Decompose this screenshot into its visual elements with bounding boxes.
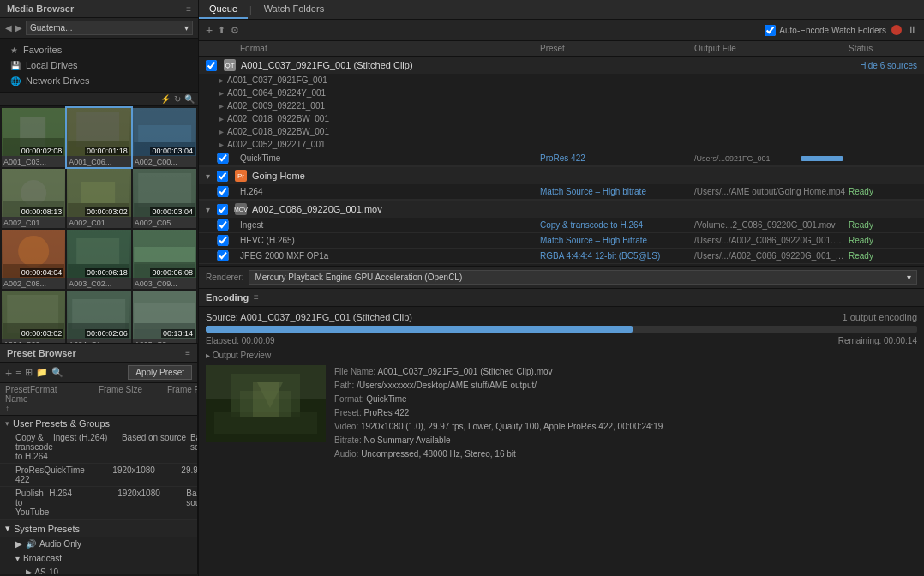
- pause-icon[interactable]: ⏸: [907, 24, 917, 36]
- preset-as10[interactable]: ▶ AS-10: [0, 566, 197, 574]
- source-item: ▸ A001_C037_0921FG_001: [199, 74, 924, 87]
- encode-checkbox[interactable]: [206, 153, 240, 164]
- queue-encode-row-hevc[interactable]: HEVC (H.265) Match Source – High Bitrate…: [199, 233, 924, 249]
- thumbnail-item[interactable]: 00:13:14 A005_C2...: [133, 291, 196, 343]
- group-checkbox[interactable]: [217, 204, 228, 215]
- queue-group-header-c086[interactable]: ▾ MOV A002_C086_09220G_001.mov: [199, 201, 924, 218]
- pr-format-icon: Pr: [235, 170, 247, 182]
- encoding-times: Elapsed: 00:00:09 Remaining: 00:00:14: [206, 336, 917, 345]
- status-cell: Ready: [849, 251, 917, 261]
- output-preview-thumbnail: [206, 365, 326, 442]
- preset-list-icon[interactable]: ≡: [15, 368, 21, 378]
- queue-encode-row-ingest[interactable]: Ingest Copy & transcode to H.264 /Volume…: [199, 218, 924, 233]
- nav-forward-icon[interactable]: ▶: [15, 23, 22, 33]
- group-collapse-icon: ▾: [206, 205, 210, 214]
- preset-item-copy-transcode[interactable]: Copy & transcode to H.264 Ingest (H.264)…: [0, 431, 197, 464]
- queue-group-header-goinghome[interactable]: ▾ Pr Going Home: [199, 167, 924, 184]
- format-cell: H.264: [240, 187, 540, 196]
- filter-icon[interactable]: ⚡: [160, 94, 171, 104]
- encoding-source-row: Source: A001_C037_0921FG_001 (Stitched C…: [206, 312, 917, 322]
- queue-encode-row-h264[interactable]: H.264 Match Source – High bitrate /Users…: [199, 184, 924, 200]
- status-cell: Ready: [849, 236, 917, 245]
- preset-cell[interactable]: RGBA 4:4:4:4 12-bit (BC5@LS): [540, 251, 694, 261]
- group-checkbox[interactable]: [206, 60, 217, 71]
- system-presets-group: ▾ System Presets ▶ 🔊 Audio Only ▾ Broadc…: [0, 520, 197, 574]
- thumbnail-item[interactable]: 00:00:03:02 A004_C00...: [2, 291, 65, 343]
- group-checkbox[interactable]: [217, 171, 228, 182]
- preset-grid-icon[interactable]: ⊞: [25, 367, 33, 378]
- renderer-dropdown[interactable]: Mercury Playback Engine GPU Acceleration…: [249, 270, 917, 285]
- thumbnail-item[interactable]: 00:00:02:06 A004_C1...: [67, 291, 130, 343]
- encode-start-button[interactable]: [891, 25, 902, 35]
- thumbnail-item[interactable]: 00:00:02:08 A001_C03...: [2, 108, 65, 167]
- thumbnail-item[interactable]: 00:00:03:04 A002_C00...: [133, 108, 196, 167]
- apply-preset-button[interactable]: Apply Preset: [128, 365, 192, 380]
- watch-folders-tab[interactable]: Watch Folders: [254, 0, 335, 19]
- preset-search-icon[interactable]: 🔍: [51, 367, 63, 378]
- thumbnail-item-selected[interactable]: 00:00:01:18 A001_C06...: [67, 108, 130, 167]
- encode-checkbox[interactable]: [206, 250, 240, 261]
- preset-item-prores[interactable]: ProRes 422 QuickTime 1920x1080 29.97 fps…: [0, 464, 197, 487]
- queue-encode-row[interactable]: QuickTime ProRes 422 /Users/...0921FG_00…: [199, 151, 924, 166]
- auto-encode-checkbox[interactable]: [765, 25, 776, 36]
- thumbnail-item[interactable]: 00:00:03:02 A002_C01...: [67, 169, 130, 228]
- queue-tab[interactable]: Queue: [199, 0, 248, 19]
- svg-rect-22: [76, 238, 119, 264]
- source-item: ▸ A002_C018_0922BW_001: [199, 125, 924, 138]
- local-drives-icon: 💾: [10, 61, 21, 70]
- sidebar-item-network-drives[interactable]: 🌐 Network Drives: [0, 73, 198, 88]
- format-cell: QuickTime: [240, 153, 540, 163]
- queue-add-icon[interactable]: +: [206, 23, 213, 37]
- source-icon: ▸: [219, 101, 224, 111]
- preset-cell[interactable]: Match Source – High bitrate: [540, 187, 694, 196]
- user-presets-group: ▾ User Presets & Groups Copy & transcode…: [0, 416, 197, 520]
- user-presets-header[interactable]: ▾ User Presets & Groups: [0, 416, 197, 431]
- queue-toolbar: + ⬆ ⚙ Auto-Encode Watch Folders ⏸: [199, 20, 924, 41]
- queue-settings-icon[interactable]: ⚙: [231, 25, 239, 36]
- preset-cell[interactable]: Match Source – High Bitrate: [540, 236, 694, 245]
- encode-checkbox[interactable]: [206, 186, 240, 197]
- preset-browser-menu-icon[interactable]: ≡: [185, 348, 190, 357]
- preset-cell[interactable]: Copy & transcode to H.264: [540, 220, 694, 230]
- encoding-title: Encoding: [206, 292, 249, 303]
- encoding-panel: Encoding ≡ Source: A001_C037_0921FG_001 …: [199, 288, 924, 577]
- thumbnail-item[interactable]: 00:00:06:08 A003_C09...: [133, 230, 196, 289]
- queue-export-icon[interactable]: ⬆: [218, 25, 225, 36]
- preset-folder-icon[interactable]: 📁: [36, 367, 48, 378]
- source-icon: ▸: [219, 75, 224, 85]
- thumbnail-item[interactable]: 00:00:03:04 A002_C05...: [133, 169, 196, 228]
- thumbnail-item[interactable]: 00:00:06:18 A003_C02...: [67, 230, 130, 289]
- audio-only-icon: 🔊: [26, 539, 36, 549]
- source-icon: ▸: [219, 88, 224, 98]
- media-browser-menu-icon[interactable]: ≡: [186, 4, 191, 14]
- preset-item-youtube[interactable]: Publish to YouTube H.264 1920x1080 Based…: [0, 487, 197, 519]
- refresh-icon[interactable]: ↻: [174, 94, 181, 104]
- queue-columns-header: Format Preset Output File Status: [199, 41, 924, 57]
- location-dropdown[interactable]: Guatema... ▾: [26, 21, 193, 35]
- thumbnail-item[interactable]: 00:00:04:04 A002_C08...: [2, 230, 65, 289]
- audio-only-subgroup[interactable]: ▶ 🔊 Audio Only: [0, 537, 197, 551]
- system-presets-header[interactable]: ▾ System Presets: [0, 520, 197, 537]
- queue-group-header-stitched[interactable]: QT A001_C037_0921FG_001 (Stitched Clip) …: [199, 57, 924, 74]
- file-format-icon: MOV: [235, 203, 247, 215]
- progress-bar: [801, 156, 843, 161]
- preset-cell[interactable]: ProRes 422: [540, 153, 694, 163]
- thumbnail-item[interactable]: 00:00:08:13 A002_C01...: [2, 169, 65, 228]
- group-title-c086: A002_C086_09220G_001.mov: [252, 204, 917, 214]
- output-cell: /Volume...2_C086_09220G_001.mov: [694, 220, 849, 230]
- sidebar-item-favorites[interactable]: ★ Favorites: [0, 42, 198, 57]
- hide-sources-link[interactable]: Hide 6 sources: [860, 61, 917, 70]
- nav-back-icon[interactable]: ◀: [5, 23, 12, 33]
- search-icon[interactable]: 🔍: [184, 94, 195, 104]
- queue-encode-row-jpeg2000[interactable]: JPEG 2000 MXF OP1a RGBA 4:4:4:4 12-bit (…: [199, 249, 924, 264]
- encoding-menu-icon[interactable]: ≡: [254, 292, 259, 302]
- queue-panel: Queue | Watch Folders + ⬆ ⚙ Auto-Encode …: [199, 0, 924, 288]
- source-item: ▸ A002_C009_092221_001: [199, 99, 924, 112]
- add-preset-icon[interactable]: +: [5, 366, 12, 380]
- encode-checkbox[interactable]: [206, 219, 240, 231]
- broadcast-subgroup[interactable]: ▾ Broadcast: [0, 551, 197, 566]
- encode-checkbox[interactable]: [206, 235, 240, 246]
- encoding-progress-bar: [206, 326, 917, 333]
- sidebar-item-local-drives[interactable]: 💾 Local Drives: [0, 57, 198, 73]
- queue-header: Queue | Watch Folders: [199, 0, 924, 20]
